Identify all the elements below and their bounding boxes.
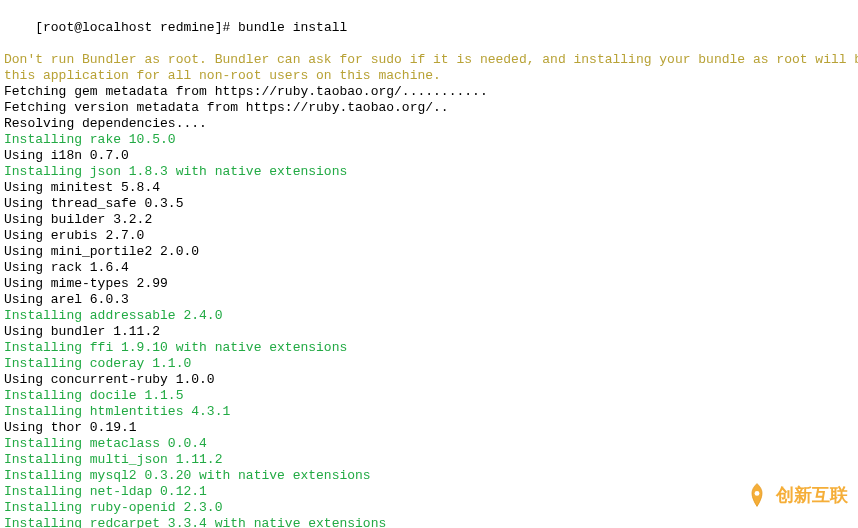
output-line: Installing metaclass 0.0.4 <box>4 436 854 452</box>
output-line: Using i18n 0.7.0 <box>4 148 854 164</box>
output-line: Using erubis 2.7.0 <box>4 228 854 244</box>
output-line: Using rack 1.6.4 <box>4 260 854 276</box>
output-line: Installing net-ldap 0.12.1 <box>4 484 854 500</box>
output-line: Installing multi_json 1.11.2 <box>4 452 854 468</box>
output-line: Fetching version metadata from https://r… <box>4 100 854 116</box>
output-line: Using thor 0.19.1 <box>4 420 854 436</box>
shell-prompt: [root@localhost redmine]# <box>35 20 230 35</box>
output-line: Installing ffi 1.9.10 with native extens… <box>4 340 854 356</box>
output-line: Using builder 3.2.2 <box>4 212 854 228</box>
watermark-text: 创新互联 <box>776 487 848 503</box>
output-line: Installing ruby-openid 2.3.0 <box>4 500 854 516</box>
output-line: Using thread_safe 0.3.5 <box>4 196 854 212</box>
output-line: Resolving dependencies.... <box>4 116 854 132</box>
output-lines: Don't run Bundler as root. Bundler can a… <box>4 52 854 528</box>
output-line: Don't run Bundler as root. Bundler can a… <box>4 52 854 68</box>
output-line: Installing redcarpet 3.3.4 with native e… <box>4 516 854 528</box>
output-line: this application for all non-root users … <box>4 68 854 84</box>
output-line: Installing mysql2 0.3.20 with native ext… <box>4 468 854 484</box>
output-line: Using concurrent-ruby 1.0.0 <box>4 372 854 388</box>
output-line: Installing docile 1.1.5 <box>4 388 854 404</box>
watermark-icon <box>744 482 770 508</box>
output-line: Using bundler 1.11.2 <box>4 324 854 340</box>
output-line: Using mime-types 2.99 <box>4 276 854 292</box>
output-line: Installing addressable 2.4.0 <box>4 308 854 324</box>
output-line: Installing json 1.8.3 with native extens… <box>4 164 854 180</box>
watermark: 创新互联 <box>744 482 848 508</box>
output-line: Using arel 6.0.3 <box>4 292 854 308</box>
output-line: Fetching gem metadata from https://ruby.… <box>4 84 854 100</box>
output-line: Installing htmlentities 4.3.1 <box>4 404 854 420</box>
shell-command: bundle install <box>230 20 347 35</box>
output-line: Installing rake 10.5.0 <box>4 132 854 148</box>
output-line: Using minitest 5.8.4 <box>4 180 854 196</box>
terminal-output: [root@localhost redmine]# bundle install… <box>4 4 854 528</box>
svg-point-0 <box>755 491 760 496</box>
prompt-line: [root@localhost redmine]# bundle install <box>4 4 854 52</box>
output-line: Using mini_portile2 2.0.0 <box>4 244 854 260</box>
output-line: Installing coderay 1.1.0 <box>4 356 854 372</box>
